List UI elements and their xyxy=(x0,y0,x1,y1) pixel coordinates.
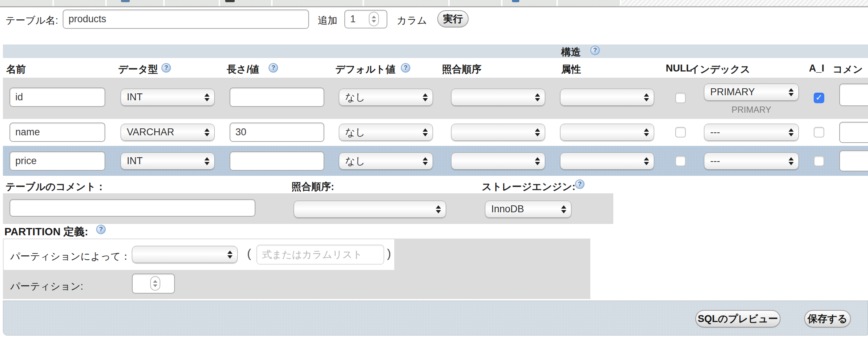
collation-select[interactable] xyxy=(451,152,545,170)
default-help-icon[interactable] xyxy=(401,63,410,73)
type-select[interactable]: INT xyxy=(121,89,215,106)
tab-5[interactable] xyxy=(220,0,271,6)
select-arrows-icon xyxy=(204,93,210,101)
null-checkbox[interactable] xyxy=(675,156,686,166)
structure-section-header: 構造 xyxy=(3,44,868,58)
tab-1[interactable] xyxy=(0,0,52,6)
attributes-select[interactable] xyxy=(560,89,654,106)
select-arrows-icon xyxy=(644,157,649,165)
partition-expression-input[interactable] xyxy=(257,245,384,264)
stepper-down-icon[interactable] xyxy=(372,20,376,23)
partition-by-area: パーティションによって： ( ) xyxy=(4,239,394,270)
tab-9[interactable] xyxy=(503,0,556,6)
storage-engine-label: ストレージエンジン: xyxy=(482,180,575,193)
stepper-up-icon[interactable] xyxy=(153,280,157,283)
structure-help-icon[interactable] xyxy=(590,46,600,55)
name-input[interactable] xyxy=(9,123,105,142)
stepper-down-icon[interactable] xyxy=(153,284,157,287)
name-input[interactable] xyxy=(9,151,105,171)
table-name-input[interactable] xyxy=(63,9,309,29)
save-button[interactable]: 保存する xyxy=(804,310,851,328)
tab-icon xyxy=(121,0,130,2)
auto-increment-checkbox[interactable] xyxy=(814,93,824,103)
comment-input[interactable] xyxy=(839,84,868,106)
tab-7[interactable] xyxy=(364,0,448,6)
tab-3[interactable] xyxy=(107,0,163,6)
select-arrows-icon xyxy=(789,88,794,96)
col-header-collation: 照合順序 xyxy=(442,63,481,76)
col-header-length: 長さ/値 xyxy=(227,63,259,76)
table-collation-select[interactable] xyxy=(294,201,446,218)
tab-6[interactable] xyxy=(273,0,363,6)
partition-by-select[interactable] xyxy=(132,246,238,263)
tab-icon xyxy=(512,0,519,2)
select-arrows-icon xyxy=(789,157,794,165)
partition-count-stepper[interactable] xyxy=(150,276,160,291)
select-arrows-icon xyxy=(535,93,540,101)
collation-select[interactable] xyxy=(451,89,545,106)
tab-icon xyxy=(225,0,235,2)
tab-2[interactable] xyxy=(54,0,105,6)
structure-title: 構造 xyxy=(561,46,581,59)
column-row-price: INT なし --- xyxy=(3,146,868,176)
table-name-label: テーブル名: xyxy=(5,14,58,27)
index-select-value: --- xyxy=(710,127,720,138)
default-select[interactable]: なし xyxy=(339,89,433,106)
col-header-index: インデックス xyxy=(690,63,750,76)
index-note: PRIMARY xyxy=(704,105,799,115)
default-select-value: なし xyxy=(345,91,365,104)
attributes-select[interactable] xyxy=(560,124,654,141)
add-columns-stepper[interactable] xyxy=(369,12,379,26)
select-arrows-icon xyxy=(535,157,540,165)
length-input[interactable] xyxy=(230,88,324,107)
auto-increment-checkbox[interactable] xyxy=(814,156,824,166)
storage-engine-help-icon[interactable] xyxy=(575,179,584,189)
tab-8[interactable] xyxy=(450,0,501,6)
col-header-null: NULL xyxy=(666,63,692,74)
partition-help-icon[interactable] xyxy=(96,225,106,234)
table-comment-input[interactable] xyxy=(9,199,255,217)
length-help-icon[interactable] xyxy=(269,63,278,73)
index-select[interactable]: --- xyxy=(704,124,799,141)
tab-10[interactable] xyxy=(558,0,620,6)
type-select[interactable]: INT xyxy=(121,152,215,170)
auto-increment-checkbox[interactable] xyxy=(814,127,824,137)
column-row-name: VARCHAR なし --- xyxy=(3,119,868,146)
null-checkbox[interactable] xyxy=(675,93,686,103)
preview-sql-button[interactable]: SQLのプレビュー xyxy=(695,310,781,328)
default-select-value: なし xyxy=(345,155,365,168)
collation-select[interactable] xyxy=(451,124,545,141)
attributes-select[interactable] xyxy=(560,152,654,170)
table-options-section: InnoDB xyxy=(3,193,613,224)
storage-engine-select[interactable]: InnoDB xyxy=(485,201,571,218)
tab-bar-overflow-area xyxy=(621,0,868,6)
index-select-value: PRIMARY xyxy=(710,86,755,98)
index-select[interactable]: PRIMARY xyxy=(704,84,799,101)
storage-engine-value: InnoDB xyxy=(491,204,524,215)
index-select-value: --- xyxy=(710,155,720,167)
type-select[interactable]: VARCHAR xyxy=(121,124,215,141)
null-checkbox[interactable] xyxy=(675,127,686,137)
col-header-attributes: 属性 xyxy=(561,63,581,76)
open-paren: ( xyxy=(247,247,251,260)
tab-4[interactable] xyxy=(165,0,219,6)
length-input[interactable] xyxy=(230,151,324,171)
column-row-id: INT なし PRIMARY PRIMARY xyxy=(3,78,868,119)
select-arrows-icon xyxy=(436,205,441,213)
go-button[interactable]: 実行 xyxy=(437,10,469,27)
add-columns-count-input[interactable] xyxy=(344,10,387,28)
length-input[interactable] xyxy=(230,123,324,142)
stepper-up-icon[interactable] xyxy=(372,16,376,18)
select-arrows-icon xyxy=(204,157,210,165)
type-help-icon[interactable] xyxy=(161,63,171,73)
type-select-value: INT xyxy=(127,92,143,103)
name-input[interactable] xyxy=(9,88,105,107)
default-select[interactable]: なし xyxy=(339,124,433,141)
comment-input[interactable] xyxy=(839,150,868,171)
col-header-name: 名前 xyxy=(6,63,26,76)
index-select[interactable]: --- xyxy=(704,152,799,170)
default-select[interactable]: なし xyxy=(339,152,433,170)
comment-input[interactable] xyxy=(839,122,868,143)
partition-by-label: パーティションによって： xyxy=(10,250,130,263)
select-arrows-icon xyxy=(423,157,428,165)
